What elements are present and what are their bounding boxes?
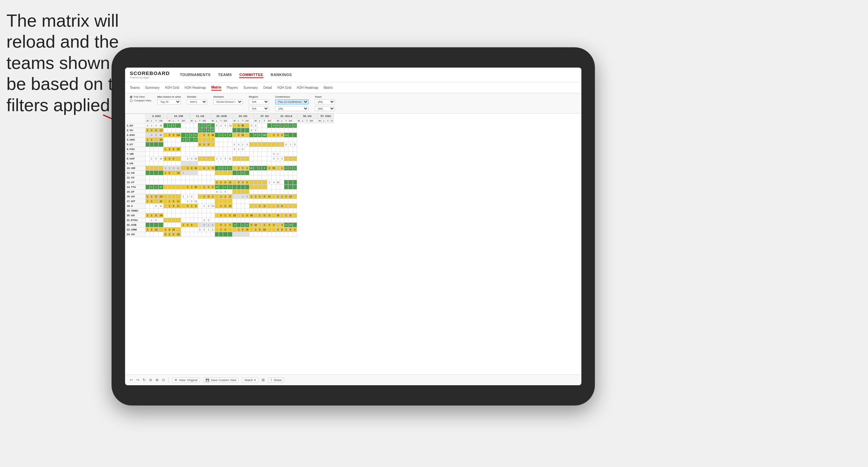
matrix-cell[interactable] bbox=[254, 142, 258, 147]
matrix-cell[interactable]: 1 bbox=[181, 171, 186, 175]
matrix-cell[interactable] bbox=[284, 128, 288, 133]
matrix-cell[interactable] bbox=[211, 199, 215, 204]
matrix-cell[interactable] bbox=[163, 213, 167, 218]
matrix-cell[interactable] bbox=[227, 161, 232, 166]
matrix-cell[interactable] bbox=[258, 223, 262, 227]
matrix-cell[interactable]: 19 bbox=[276, 213, 280, 218]
matrix-cell[interactable]: 1 bbox=[258, 166, 262, 171]
matrix-cell[interactable] bbox=[198, 185, 202, 190]
matrix-cell[interactable] bbox=[249, 208, 254, 213]
matrix-cell[interactable] bbox=[190, 208, 194, 213]
matrix-cell[interactable] bbox=[211, 161, 215, 166]
matrix-cell[interactable] bbox=[262, 128, 267, 133]
matrix-cell[interactable] bbox=[190, 232, 194, 237]
matrix-cell[interactable] bbox=[293, 232, 297, 237]
matrix-cell[interactable] bbox=[241, 204, 245, 208]
matrix-cell[interactable]: 0 bbox=[223, 190, 228, 194]
matrix-cell[interactable] bbox=[280, 190, 284, 194]
matrix-cell[interactable]: 0 bbox=[237, 133, 241, 138]
matrix-cell[interactable]: 0 bbox=[245, 213, 249, 218]
matrix-cell[interactable] bbox=[198, 175, 202, 180]
matrix-cell[interactable]: 1 bbox=[284, 213, 288, 218]
matrix-cell[interactable] bbox=[262, 208, 267, 213]
matrix-cell[interactable]: 25 bbox=[171, 227, 175, 232]
matrix-cell[interactable] bbox=[280, 175, 284, 180]
matrix-cell[interactable] bbox=[272, 218, 276, 223]
matrix-cell[interactable]: 0 bbox=[190, 194, 194, 199]
matrix-cell[interactable] bbox=[202, 171, 207, 175]
matrix-cell[interactable] bbox=[190, 180, 194, 185]
matrix-cell[interactable] bbox=[258, 175, 262, 180]
matrix-cell[interactable] bbox=[249, 218, 254, 223]
matrix-cell[interactable]: 2 bbox=[219, 133, 223, 138]
matrix-cell[interactable] bbox=[293, 199, 297, 204]
matrix-cell[interactable] bbox=[219, 199, 223, 204]
subnav-players[interactable]: Players bbox=[227, 85, 238, 90]
matrix-cell[interactable] bbox=[150, 147, 154, 152]
matrix-cell[interactable]: 0 bbox=[249, 123, 254, 128]
matrix-cell[interactable] bbox=[176, 128, 181, 133]
matrix-cell[interactable] bbox=[219, 208, 223, 213]
matrix-cell[interactable] bbox=[227, 152, 232, 156]
matrix-cell[interactable] bbox=[181, 199, 186, 204]
settings-icon[interactable]: ⊙ bbox=[162, 378, 165, 382]
matrix-cell[interactable]: 1 bbox=[150, 123, 154, 128]
matrix-cell[interactable]: 2 bbox=[272, 133, 276, 138]
matrix-cell[interactable] bbox=[219, 147, 223, 152]
matrix-cell[interactable] bbox=[288, 185, 293, 190]
matrix-cell[interactable]: 18 bbox=[262, 227, 267, 232]
matrix-cell[interactable]: 0 bbox=[241, 171, 245, 175]
matrix-cell[interactable]: 0 bbox=[190, 166, 194, 171]
matrix-cell[interactable] bbox=[280, 152, 284, 156]
subnav-h2h-grid[interactable]: H2H Grid bbox=[165, 85, 179, 90]
matrix-cell[interactable]: 11 bbox=[159, 204, 163, 208]
matrix-cell[interactable]: 2 bbox=[262, 166, 267, 171]
matrix-cell[interactable] bbox=[267, 128, 272, 133]
matrix-cell[interactable] bbox=[293, 161, 297, 166]
matrix-cell[interactable]: 1 bbox=[223, 223, 228, 227]
matrix-cell[interactable] bbox=[245, 199, 249, 204]
matrix-cell[interactable]: 0 bbox=[219, 166, 223, 171]
matrix-cell[interactable] bbox=[159, 142, 163, 147]
matrix-cell[interactable] bbox=[272, 204, 276, 208]
matrix-cell[interactable] bbox=[245, 161, 249, 166]
matrix-cell[interactable] bbox=[249, 147, 254, 152]
matrix-cell[interactable] bbox=[150, 180, 154, 185]
matrix-cell[interactable]: 0 bbox=[237, 123, 241, 128]
matrix-cell[interactable]: 4 bbox=[276, 227, 280, 232]
matrix-cell[interactable]: 0 bbox=[249, 128, 254, 133]
matrix-cell[interactable] bbox=[186, 123, 190, 128]
matrix-cell[interactable] bbox=[249, 232, 254, 237]
matrix-cell[interactable]: 1 bbox=[276, 152, 280, 156]
matrix-cell[interactable]: 0 bbox=[194, 138, 198, 142]
matrix-cell[interactable] bbox=[163, 133, 167, 138]
matrix-cell[interactable] bbox=[288, 190, 293, 194]
matrix-cell[interactable] bbox=[267, 204, 272, 208]
matrix-cell[interactable]: 1 bbox=[202, 185, 207, 190]
matrix-cell[interactable] bbox=[227, 128, 232, 133]
matrix-cell[interactable] bbox=[293, 223, 297, 227]
matrix-cell[interactable] bbox=[181, 180, 186, 185]
matrix-cell[interactable] bbox=[280, 180, 284, 185]
matrix-cell[interactable] bbox=[163, 161, 167, 166]
matrix-cell[interactable] bbox=[146, 208, 150, 213]
matrix-cell[interactable] bbox=[163, 128, 167, 133]
matrix-cell[interactable]: 0 bbox=[211, 223, 215, 227]
matrix-cell[interactable]: 0 bbox=[272, 180, 276, 185]
matrix-cell[interactable]: 0 bbox=[202, 227, 207, 232]
matrix-cell[interactable] bbox=[280, 218, 284, 223]
matrix-cell[interactable] bbox=[211, 218, 215, 223]
matrix-cell[interactable] bbox=[237, 138, 241, 142]
matrix-cell[interactable] bbox=[272, 138, 276, 142]
matrix-cell[interactable] bbox=[233, 180, 237, 185]
matrix-cell[interactable]: 0 bbox=[223, 133, 228, 138]
matrix-cell[interactable] bbox=[146, 156, 150, 161]
matrix-cell[interactable] bbox=[233, 152, 237, 156]
matrix-cell[interactable] bbox=[284, 175, 288, 180]
matrix-cell[interactable]: 1 bbox=[254, 227, 258, 232]
matrix-cell[interactable] bbox=[190, 175, 194, 180]
matrix-cell[interactable] bbox=[293, 175, 297, 180]
matrix-cell[interactable] bbox=[219, 138, 223, 142]
matrix-cell[interactable]: 0 bbox=[276, 123, 280, 128]
matrix-cell[interactable] bbox=[154, 208, 159, 213]
